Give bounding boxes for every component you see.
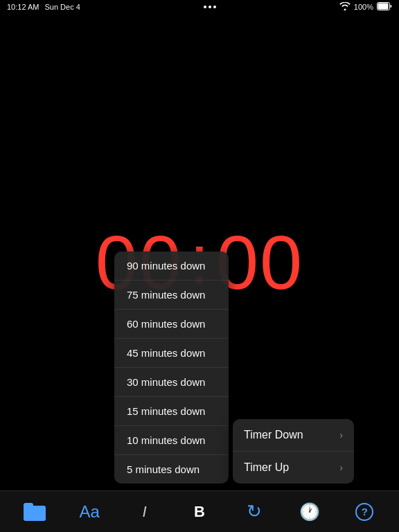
- bottom-toolbar: Aa I B ↻ 🕐 ?: [0, 490, 399, 532]
- status-left: 10:12 AM Sun Dec 4: [7, 3, 80, 11]
- italic-button[interactable]: I: [130, 497, 160, 527]
- preset-10min[interactable]: 10 minutes down: [114, 426, 229, 455]
- timer-up-chevron: ›: [339, 462, 343, 473]
- status-right: 100%: [339, 2, 392, 12]
- preset-menu: 90 minutes down 75 minutes down 60 minut…: [114, 251, 229, 484]
- dot2: [209, 6, 211, 8]
- dot3: [213, 6, 216, 8]
- help-button[interactable]: ?: [349, 497, 380, 527]
- bold-button[interactable]: B: [184, 497, 215, 527]
- status-date: Sun Dec 4: [44, 3, 80, 11]
- bold-icon: B: [194, 503, 205, 521]
- files-button[interactable]: [19, 497, 50, 527]
- status-time: 10:12 AM: [7, 3, 39, 11]
- status-bar: 10:12 AM Sun Dec 4 100%: [0, 0, 399, 14]
- help-icon: ?: [355, 503, 373, 521]
- battery-level: 100%: [354, 3, 373, 11]
- refresh-button[interactable]: ↻: [239, 497, 269, 527]
- wifi-icon: [339, 2, 351, 12]
- timer-type-menu: Timer Down › Timer Up ›: [233, 419, 354, 484]
- preset-60min[interactable]: 60 minutes down: [114, 310, 229, 339]
- preset-90min[interactable]: 90 minutes down: [114, 251, 229, 281]
- clock-icon: 🕐: [299, 502, 320, 522]
- preset-30min[interactable]: 30 minutes down: [114, 368, 229, 397]
- battery-icon: [377, 2, 392, 12]
- preset-5min[interactable]: 5 minutes down: [114, 455, 229, 484]
- timer-up-option[interactable]: Timer Up ›: [233, 452, 354, 484]
- preset-75min[interactable]: 75 minutes down: [114, 281, 229, 310]
- folder-icon: [24, 503, 46, 521]
- timer-down-label: Timer Down: [244, 429, 303, 441]
- preset-45min[interactable]: 45 minutes down: [114, 339, 229, 368]
- svg-rect-1: [378, 3, 389, 10]
- refresh-icon: ↻: [247, 501, 262, 522]
- status-center: [204, 6, 216, 8]
- timer-up-label: Timer Up: [244, 461, 289, 474]
- dot1: [204, 6, 206, 8]
- clock-button[interactable]: 🕐: [294, 497, 325, 527]
- font-button[interactable]: Aa: [74, 497, 105, 527]
- font-icon: Aa: [79, 502, 99, 522]
- italic-icon: I: [142, 503, 146, 521]
- timer-down-chevron: ›: [339, 429, 343, 441]
- dropdown-container: 90 minutes down 75 minutes down 60 minut…: [114, 251, 354, 484]
- timer-down-option[interactable]: Timer Down ›: [233, 419, 354, 452]
- preset-15min[interactable]: 15 minutes down: [114, 397, 229, 426]
